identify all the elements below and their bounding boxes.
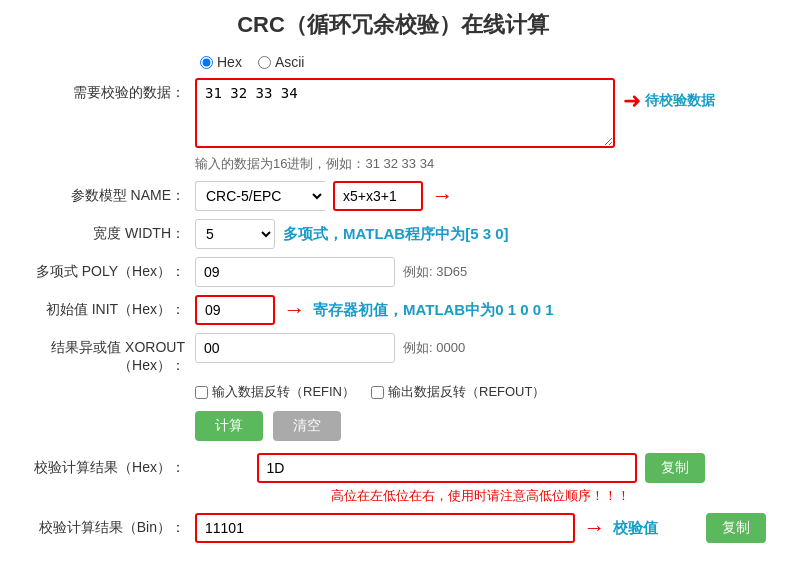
refout-checkbox[interactable]	[371, 386, 384, 399]
result-hex-input[interactable]	[257, 453, 637, 483]
xorout-label: 结果异或值 XOROUT（Hex）：	[20, 333, 195, 375]
data-input-content: ➜ 待校验数据 输入的数据为16进制，例如：31 32 33 34	[195, 78, 766, 173]
init-input[interactable]	[195, 295, 275, 325]
data-hint: 输入的数据为16进制，例如：31 32 33 34	[195, 155, 715, 173]
clear-button[interactable]: 清空	[273, 411, 341, 441]
init-row: 初始值 INIT（Hex）： ← 寄存器初值，MATLAB中为0 1 0 0 1	[20, 295, 766, 325]
copy-bin-button[interactable]: 复制	[706, 513, 766, 543]
radio-hex[interactable]: Hex	[200, 54, 242, 70]
refin-checkbox[interactable]	[195, 386, 208, 399]
init-arrow-left-icon: ←	[283, 297, 305, 323]
poly-row: 多项式 POLY（Hex）： 例如: 3D65	[20, 257, 766, 287]
width-label: 宽度 WIDTH：	[20, 219, 195, 243]
copy-hex-button[interactable]: 复制	[645, 453, 705, 483]
result-bin-row: 校验计算结果（Bin）： ← 校验值 复制	[20, 513, 766, 543]
bin-annotation: 校验值	[613, 519, 658, 538]
poly-content: 例如: 3D65	[195, 257, 766, 287]
result-bin-input[interactable]	[195, 513, 575, 543]
width-select[interactable]: 5 8 16 32	[195, 219, 275, 249]
xorout-example: 例如: 0000	[403, 339, 465, 357]
result-hex-content: 复制 高位在左低位在右，使用时请注意高低位顺序！！！	[195, 453, 766, 505]
init-annotation: 寄存器初值，MATLAB中为0 1 0 0 1	[313, 301, 554, 320]
refout-label: 输出数据反转（REFOUT）	[388, 383, 545, 401]
bin-arrow-left-icon: ←	[583, 515, 605, 541]
refin-checkbox-label[interactable]: 输入数据反转（REFIN）	[195, 383, 355, 401]
xorout-row: 结果异或值 XOROUT（Hex）： 例如: 0000	[20, 333, 766, 375]
data-input-label: 需要校验的数据：	[20, 78, 195, 102]
poly-input[interactable]	[195, 257, 395, 287]
poly-label: 多项式 POLY（Hex）：	[20, 257, 195, 281]
init-label: 初始值 INIT（Hex）：	[20, 295, 195, 319]
radio-ascii[interactable]: Ascii	[258, 54, 305, 70]
param-name-row: 参数模型 NAME： CRC-5/EPC CRC-5/USB CRC-8 CRC…	[20, 181, 766, 211]
result-hex-label: 校验计算结果（Hex）：	[20, 453, 195, 477]
width-content: 5 8 16 32 多项式，MATLAB程序中为[5 3 0]	[195, 219, 766, 249]
data-input-textarea[interactable]	[195, 78, 615, 148]
page-title: CRC（循环冗余校验）在线计算	[20, 10, 766, 40]
param-arrow-left-icon: ←	[431, 183, 453, 209]
param-name-content: CRC-5/EPC CRC-5/USB CRC-8 CRC-16 CRC-32 …	[195, 181, 766, 211]
refout-checkbox-label[interactable]: 输出数据反转（REFOUT）	[371, 383, 545, 401]
xorout-input[interactable]	[195, 333, 395, 363]
result-bin-label: 校验计算结果（Bin）：	[20, 513, 195, 537]
width-annotation: 多项式，MATLAB程序中为[5 3 0]	[283, 225, 509, 244]
param-name-label: 参数模型 NAME：	[20, 181, 195, 205]
checkbox-row: 输入数据反转（REFIN） 输出数据反转（REFOUT）	[195, 383, 766, 401]
poly-formula-input[interactable]	[333, 181, 423, 211]
calc-button[interactable]: 计算	[195, 411, 263, 441]
width-row: 宽度 WIDTH： 5 8 16 32 多项式，MATLAB程序中为[5 3 0…	[20, 219, 766, 249]
result-bin-content: ← 校验值 复制	[195, 513, 766, 543]
poly-example: 例如: 3D65	[403, 263, 467, 281]
result-hex-row: 校验计算结果（Hex）： 复制 高位在左低位在右，使用时请注意高低位顺序！！！	[20, 453, 766, 505]
radio-ascii-label: Ascii	[275, 54, 305, 70]
param-name-select[interactable]: CRC-5/EPC CRC-5/USB CRC-8 CRC-16 CRC-32	[195, 181, 325, 211]
radio-hex-label: Hex	[217, 54, 242, 70]
data-annotation: 待校验数据	[645, 92, 715, 110]
xorout-content: 例如: 0000	[195, 333, 766, 363]
data-arrow-right-icon: ➜	[623, 88, 641, 114]
radio-group: Hex Ascii	[200, 54, 766, 70]
init-content: ← 寄存器初值，MATLAB中为0 1 0 0 1	[195, 295, 766, 325]
result-hex-warn: 高位在左低位在右，使用时请注意高低位顺序！！！	[331, 487, 630, 505]
refin-label: 输入数据反转（REFIN）	[212, 383, 355, 401]
action-buttons: 计算 清空	[195, 411, 766, 441]
data-input-row: 需要校验的数据： ➜ 待校验数据 输入的数据为16进制，例如：31 32 33 …	[20, 78, 766, 173]
